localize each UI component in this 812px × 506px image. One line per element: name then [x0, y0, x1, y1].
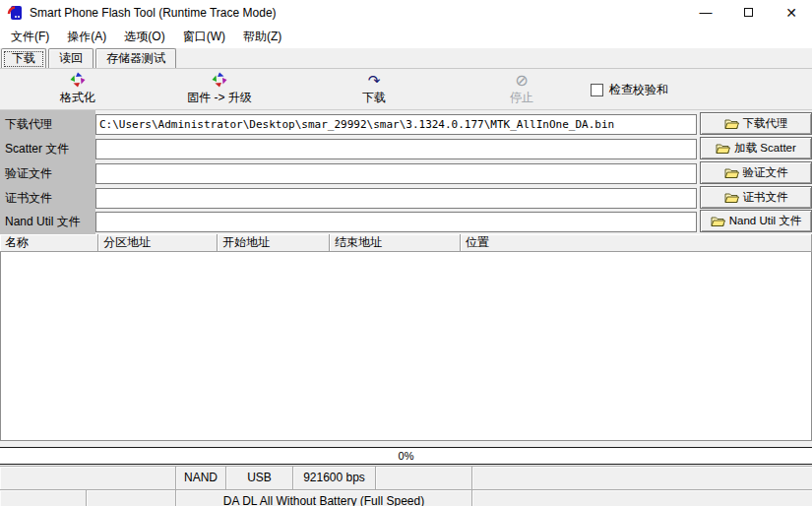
stop-label: 停止 [510, 90, 533, 106]
nand-util-file-label: Nand Util 文件 [5, 212, 81, 232]
menu-bar: 文件(F) 操作(A) 选项(O) 窗口(W) 帮助(Z) [0, 26, 812, 48]
tab-download[interactable]: 下载 [1, 48, 46, 68]
cert-file-browse-button[interactable]: 证书文件 [700, 186, 812, 209]
app-window: Smart Phone Flash Tool (Runtime Trace Mo… [0, 0, 812, 506]
status-cell-empty [0, 490, 87, 506]
pinwheel-icon [212, 72, 227, 89]
nand-util-browse-button[interactable]: Nand Util 文件 [700, 210, 812, 232]
tab-readback[interactable]: 读回 [48, 48, 94, 68]
auth-file-browse-button[interactable]: 验证文件 [700, 161, 812, 184]
status-bar-row2: DA DL All Without Battery (Full Speed) [0, 489, 812, 506]
column-header-partition-address[interactable]: 分区地址 [98, 234, 218, 252]
status-cell-empty [472, 467, 812, 489]
status-cell-download-mode: DA DL All Without Battery (Full Speed) [176, 490, 472, 506]
status-cell-empty [472, 490, 812, 506]
partition-table-body[interactable] [0, 252, 812, 441]
status-bar-row1: NAND USB 921600 bps [0, 466, 812, 489]
open-folder-icon [724, 192, 739, 204]
browse-button-label: 证书文件 [743, 190, 788, 205]
format-button[interactable]: 格式化 [39, 72, 116, 106]
format-label: 格式化 [60, 90, 95, 106]
menu-file[interactable]: 文件(F) [2, 26, 58, 48]
partition-table-header: 名称 分区地址 开始地址 结束地址 位置 [0, 234, 812, 252]
curved-arrow-icon: ↷ [368, 72, 381, 89]
auth-file-label: 验证文件 [5, 163, 52, 184]
download-agent-input[interactable] [95, 114, 697, 135]
progress-bar: 0% [0, 447, 812, 465]
checksum-option: 检查校验和 [591, 82, 668, 98]
firmware-upgrade-button[interactable]: 固件 -> 升级 [160, 72, 279, 106]
download-agent-browse-button[interactable]: 下载代理 [700, 112, 812, 135]
checksum-label: 检查校验和 [609, 82, 668, 98]
maximize-button[interactable] [728, 0, 768, 26]
open-folder-icon [724, 118, 739, 130]
cert-file-label: 证书文件 [5, 188, 52, 209]
maximize-icon [744, 8, 753, 17]
tab-memory-test[interactable]: 存储器测试 [95, 48, 176, 68]
window-title: Smart Phone Flash Tool (Runtime Trace Mo… [30, 0, 277, 26]
browse-button-label: 加载 Scatter [734, 141, 796, 156]
status-cell-storage-type: NAND [176, 467, 226, 489]
column-header-name[interactable]: 名称 [0, 234, 98, 252]
status-cell-empty [87, 490, 176, 506]
cert-file-input[interactable] [95, 188, 697, 209]
progress-percent: 0% [399, 450, 414, 462]
status-cell-empty [0, 467, 176, 489]
auth-file-input[interactable] [95, 163, 697, 184]
nand-util-file-input[interactable] [95, 212, 697, 232]
column-header-start-address[interactable]: 开始地址 [218, 234, 330, 252]
minimize-button[interactable]: — [686, 0, 725, 26]
open-folder-icon [711, 216, 725, 227]
no-entry-icon: ⊘ [515, 72, 528, 89]
menu-options[interactable]: 选项(O) [115, 26, 173, 48]
tab-strip: 下载 读回 存储器测试 [0, 48, 812, 69]
open-folder-icon [716, 143, 730, 155]
browse-button-label: Nand Util 文件 [729, 214, 802, 228]
file-fields-panel: 下载代理 下载代理 Scatter 文件 加载 Scatter 验证文件 验证文… [0, 110, 812, 234]
menu-window[interactable]: 窗口(W) [174, 26, 234, 48]
app-icon [7, 5, 23, 21]
pinwheel-icon [70, 72, 86, 89]
load-scatter-button[interactable]: 加载 Scatter [700, 137, 812, 159]
browse-button-label: 验证文件 [743, 165, 788, 180]
stop-button[interactable]: ⊘ 停止 [487, 72, 556, 106]
download-agent-label: 下载代理 [5, 114, 52, 135]
column-header-location[interactable]: 位置 [461, 234, 812, 252]
download-label: 下载 [362, 90, 386, 106]
browse-button-label: 下载代理 [743, 116, 788, 131]
menu-operation[interactable]: 操作(A) [58, 26, 115, 48]
toolbar: 格式化 固件 -> 升级 ↷ 下载 ⊘ 停止 检查校验和 [0, 69, 812, 110]
scatter-file-input[interactable] [95, 139, 697, 159]
close-button[interactable]: ✕ [772, 0, 811, 26]
download-button[interactable]: ↷ 下载 [340, 72, 408, 106]
status-cell-connection: USB [226, 467, 293, 489]
menu-help[interactable]: 帮助(Z) [234, 26, 290, 48]
title-bar: Smart Phone Flash Tool (Runtime Trace Mo… [0, 0, 812, 26]
column-header-end-address[interactable]: 结束地址 [330, 234, 461, 252]
firmware-upgrade-label: 固件 -> 升级 [187, 90, 252, 106]
scatter-file-label: Scatter 文件 [5, 139, 69, 159]
open-folder-icon [724, 167, 739, 179]
checksum-checkbox[interactable] [591, 84, 603, 96]
status-cell-baud-rate: 921600 bps [293, 467, 376, 489]
status-cell-empty [376, 467, 472, 489]
